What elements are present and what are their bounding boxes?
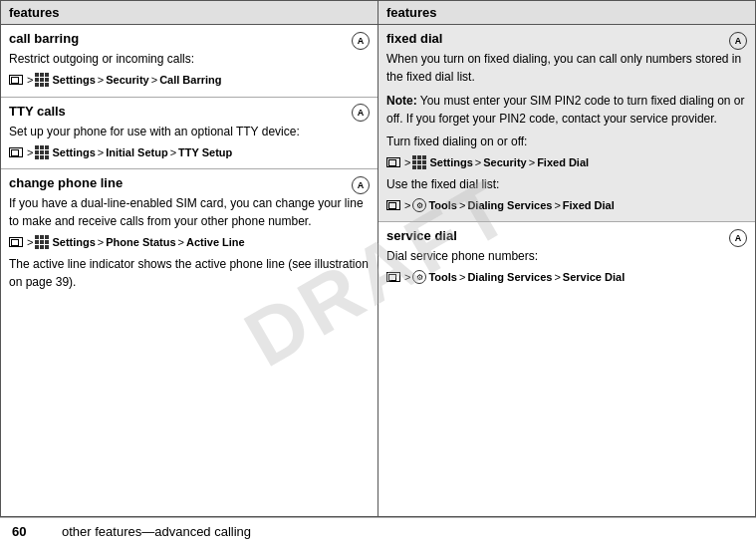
fixed-dial-block: fixed dial When you turn on fixed dialin…: [378, 25, 755, 222]
settings-grid-icon-2: [35, 145, 49, 159]
service-dial-body: Dial service phone numbers: > ⚙ Tools > …: [386, 247, 747, 286]
call-barring-nav: > Settings > Security > Call Barring: [9, 72, 370, 89]
fixed-dial-nav2: > ⚙ Tools > Dialing Services > Fixed Dia…: [386, 197, 747, 214]
settings-grid-icon: [35, 73, 49, 87]
tty-calls-body: Set up your phone for use with an option…: [9, 123, 370, 161]
fixed-dial-title: fixed dial: [386, 31, 442, 46]
call-barring-icon: [352, 32, 370, 50]
menu-button-icon-5: [386, 200, 400, 210]
change-phone-line-extra: The active line indicator shows the acti…: [9, 255, 370, 291]
change-phone-line-body: If you have a dual-line-enabled SIM card…: [9, 194, 370, 291]
fixed-dial-nav2-prefix: Use the fixed dial list:: [386, 175, 747, 193]
call-barring-block: call barring Restrict outgoing or incomi…: [1, 25, 378, 98]
tools-icon: ⚙: [412, 198, 426, 212]
content-area: features call barring Restrict outgoing …: [0, 0, 756, 517]
change-phone-line-title: change phone line: [9, 175, 123, 190]
page-number: 60: [12, 524, 42, 539]
tty-calls-icon: [352, 104, 370, 122]
tty-calls-title: TTY calls: [9, 104, 66, 119]
fixed-dial-note: Note: You must enter your SIM PIN2 code …: [386, 92, 747, 128]
fixed-dial-nav1: > Settings > Security > Fixed Dial: [386, 154, 747, 171]
tty-calls-nav: > Settings > Initial Setup > TTY Setup: [9, 144, 370, 161]
tty-calls-block: TTY calls Set up your phone for use with…: [1, 98, 378, 170]
fixed-dial-icon: [729, 32, 747, 50]
menu-button-icon: [9, 75, 23, 85]
tools-icon-2: ⚙: [412, 270, 426, 284]
right-col-header: features: [378, 1, 755, 25]
fixed-dial-nav1-prefix: Turn fixed dialing on or off:: [386, 133, 747, 150]
footer-text: other features—advanced calling: [62, 524, 251, 539]
service-dial-title: service dial: [386, 228, 457, 243]
menu-button-icon-4: [386, 157, 400, 167]
menu-button-icon-2: [9, 147, 23, 157]
service-dial-icon: [729, 229, 747, 247]
call-barring-title: call barring: [9, 31, 79, 46]
settings-grid-icon-3: [35, 235, 49, 249]
footer: 60 other features—advanced calling: [0, 517, 756, 545]
left-col-header: features: [1, 1, 378, 25]
call-barring-body: Restrict outgoing or incoming calls: > S…: [9, 50, 370, 89]
change-phone-line-icon: [352, 176, 370, 194]
fixed-dial-body: When you turn on fixed dialing, you can …: [386, 50, 747, 213]
service-dial-block: service dial Dial service phone numbers:…: [378, 222, 755, 294]
page-container: DRAFT features call barring Restrict out…: [0, 0, 756, 545]
change-phone-line-nav: > Settings > Phone Status > Active Line: [9, 234, 370, 251]
right-column: features fixed dial When you turn on fix…: [378, 1, 755, 516]
settings-grid-icon-4: [412, 155, 426, 169]
left-column: features call barring Restrict outgoing …: [1, 1, 378, 516]
menu-button-icon-3: [9, 237, 23, 247]
service-dial-nav: > ⚙ Tools > Dialing Services > Service D…: [386, 269, 747, 286]
change-phone-line-block: change phone line If you have a dual-lin…: [1, 169, 378, 297]
menu-button-icon-6: [386, 272, 400, 282]
